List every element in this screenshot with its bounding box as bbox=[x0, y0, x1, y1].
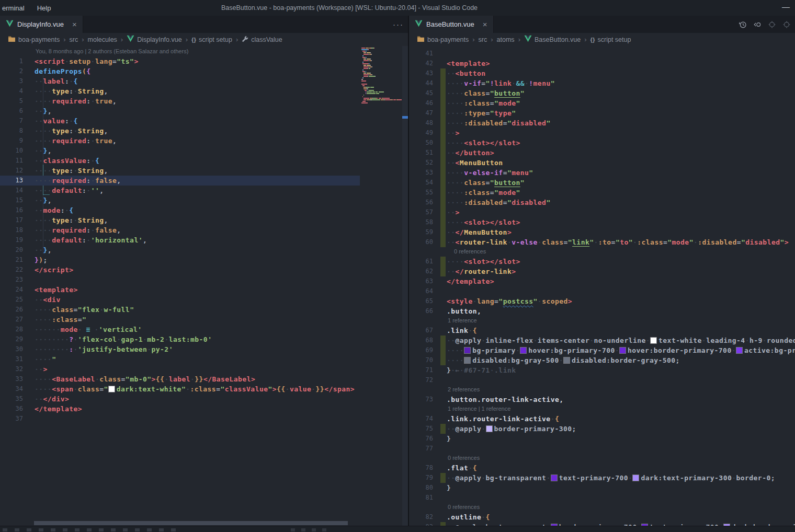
breadcrumb-item-boa-payments[interactable]: boa-payments bbox=[417, 36, 469, 44]
minimap[interactable] bbox=[360, 46, 408, 526]
close-icon[interactable]: × bbox=[483, 20, 487, 28]
code-line-79: 79··@apply·bg-transparent·text-primary-7… bbox=[409, 473, 795, 483]
code-line-1: 1<script·setup·lang="ts"> bbox=[0, 56, 408, 66]
breadcrumb-item-src[interactable]: src bbox=[479, 36, 487, 43]
code-line-44: 44····v-if="!link·&&·!menu" bbox=[409, 78, 795, 88]
codelens[interactable]: 1 reference | 1 reference bbox=[409, 404, 795, 414]
git-added-gutter bbox=[440, 237, 446, 247]
line-number: 16 bbox=[0, 205, 23, 215]
code-line-63: 63</template> bbox=[409, 276, 795, 286]
line-number: 50 bbox=[409, 138, 433, 148]
tab-displayinfo-vue[interactable]: DisplayInfo.vue × bbox=[0, 16, 83, 33]
breadcrumb-item-classvalue[interactable]: classValue bbox=[242, 36, 282, 44]
line-number: 23 bbox=[0, 275, 23, 285]
code-line-36: 36</template> bbox=[0, 404, 408, 414]
code-line-33: 33····<BaseLabel·class="mb-0">{{·label·}… bbox=[0, 374, 408, 384]
tab-label: DisplayInfo.vue bbox=[17, 20, 64, 28]
line-number: 57 bbox=[409, 207, 433, 217]
line-number: 55 bbox=[409, 188, 433, 198]
breadcrumb-item-script-setup[interactable]: {}script setup bbox=[191, 36, 232, 43]
code-line-19: 19····default:·'horizontal', bbox=[0, 235, 408, 245]
breadcrumb-item-basebutton-vue[interactable]: BaseButton.vue bbox=[524, 35, 581, 44]
code-editor-left[interactable]: You, 8 months ago | 2 authors (Esteban S… bbox=[0, 46, 408, 526]
vue-icon bbox=[127, 35, 134, 44]
more-actions-icon[interactable]: ··· bbox=[393, 20, 404, 29]
line-number: 15 bbox=[0, 195, 23, 205]
code-line-12: 12····type:·String, bbox=[0, 166, 408, 176]
color-swatch bbox=[736, 348, 742, 353]
breadcrumb-item-molecules[interactable]: molecules bbox=[88, 36, 117, 43]
menu-item-terminal[interactable]: erminal bbox=[2, 4, 25, 12]
minimize-button[interactable]: — bbox=[782, 0, 790, 16]
codelens[interactable]: 2 references bbox=[409, 385, 795, 395]
breadcrumb-item-script-setup[interactable]: {}script setup bbox=[590, 36, 631, 43]
line-number: 34 bbox=[0, 384, 23, 394]
codelens[interactable]: 1 reference bbox=[409, 316, 795, 326]
git-added-gutter bbox=[440, 207, 446, 217]
code-line-45: 45····class="button" bbox=[409, 88, 795, 98]
codelens[interactable]: 0 references bbox=[409, 503, 795, 512]
tab-basebutton-vue[interactable]: BaseButton.vue × bbox=[409, 16, 494, 33]
code-line-53: 53····v-else-if="menu" bbox=[409, 168, 795, 178]
chevron-right-icon: › bbox=[121, 36, 123, 43]
code-line-49: 49··> bbox=[409, 128, 795, 138]
horizontal-scrollbar[interactable] bbox=[34, 521, 348, 525]
line-number: 69 bbox=[409, 345, 433, 355]
close-icon[interactable]: × bbox=[72, 20, 77, 28]
wrench-icon bbox=[242, 36, 248, 44]
color-swatch bbox=[551, 475, 557, 481]
git-added-gutter bbox=[440, 336, 446, 345]
code-line-64: 64 bbox=[409, 286, 795, 296]
code-editor-right[interactable]: 4142<template>43··<button44····v-if="!li… bbox=[409, 46, 795, 526]
breadcrumb-item-atoms[interactable]: atoms bbox=[497, 36, 515, 43]
line-number: 48 bbox=[409, 118, 433, 128]
line-number: 2 bbox=[0, 66, 23, 76]
overview-ruler[interactable] bbox=[402, 46, 408, 526]
open-changes-icon[interactable] bbox=[753, 20, 762, 29]
code-line-28: 28······mode·≡·'vertical' bbox=[0, 325, 408, 334]
code-line-9: 9····required:·true, bbox=[0, 136, 408, 146]
code-line-35: 35··</div> bbox=[0, 394, 408, 404]
code-line-14: 14····default:·'', bbox=[0, 186, 408, 195]
color-swatch bbox=[633, 475, 639, 481]
compare-changes-icon[interactable] bbox=[768, 20, 776, 29]
codelens[interactable]: You, 8 months ago | 2 authors (Esteban S… bbox=[0, 47, 408, 56]
code-line-46: 46····:class="mode" bbox=[409, 98, 795, 108]
git-added-gutter bbox=[440, 227, 446, 237]
code-line-69: 69····bg-primary·hover:bg-primary-700·ho… bbox=[409, 345, 795, 355]
breadcrumb-item-displayinfo-vue[interactable]: DisplayInfo.vue bbox=[127, 35, 181, 44]
menu-item-help[interactable]: Help bbox=[37, 4, 51, 12]
breadcrumb-item-boa-payments[interactable]: boa-payments bbox=[8, 36, 60, 44]
code-line-5: 5····required:·true, bbox=[0, 96, 408, 106]
git-added-gutter bbox=[440, 168, 446, 178]
line-number: 14 bbox=[0, 186, 23, 195]
code-line-20: 20··}, bbox=[0, 245, 408, 255]
code-line-31: 31····" bbox=[0, 354, 408, 364]
line-number: 47 bbox=[409, 108, 433, 118]
status-bar[interactable] bbox=[0, 526, 795, 532]
line-number: 60 bbox=[409, 237, 433, 247]
line-number: 80 bbox=[409, 483, 433, 493]
compare-changes-icon[interactable] bbox=[782, 20, 791, 29]
breadcrumb-item-src[interactable]: src bbox=[70, 36, 78, 43]
vscode-window: erminal Help BaseButton.vue - boa-paymen… bbox=[0, 0, 795, 532]
code-line-58: 58····<slot></slot> bbox=[409, 217, 795, 227]
codelens[interactable]: 0 references bbox=[409, 247, 795, 257]
line-number: 52 bbox=[409, 158, 433, 168]
folder-icon bbox=[417, 36, 425, 44]
codelens[interactable]: 0 references bbox=[409, 454, 795, 463]
git-added-gutter bbox=[440, 118, 446, 128]
code-line-67: 67.link·{ bbox=[409, 326, 795, 336]
code-line-21: 21}); bbox=[0, 255, 408, 265]
code-line-74: 74.link.router-link-active·{ bbox=[409, 414, 795, 424]
line-number: 26 bbox=[0, 305, 23, 315]
breadcrumb: boa-payments›src›molecules›DisplayInfo.v… bbox=[0, 33, 408, 46]
color-swatch bbox=[109, 386, 115, 392]
git-added-gutter bbox=[440, 424, 446, 434]
history-icon[interactable] bbox=[739, 20, 747, 29]
git-added-gutter bbox=[440, 473, 446, 483]
chevron-right-icon: › bbox=[236, 36, 238, 43]
code-line-82: 82.outline·{ bbox=[409, 512, 795, 522]
code-line-30: 30········:·'justify-between·py-2' bbox=[0, 344, 408, 354]
line-number: 13 bbox=[0, 176, 23, 186]
